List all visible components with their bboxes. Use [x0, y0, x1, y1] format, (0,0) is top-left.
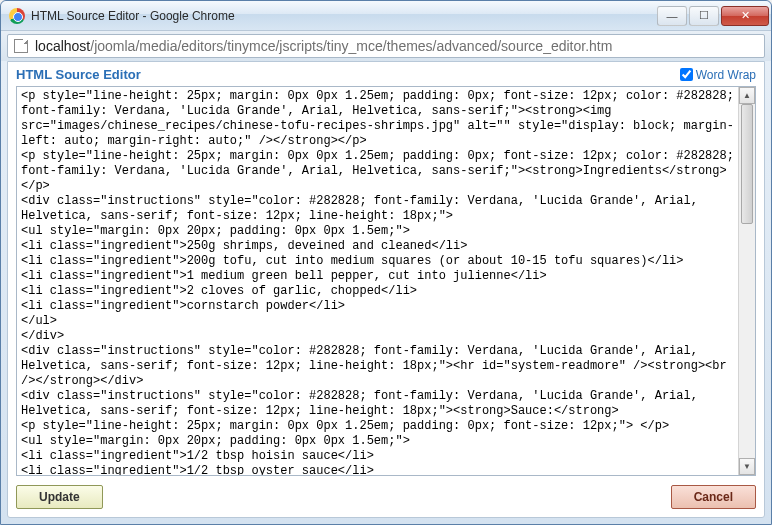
scroll-thumb[interactable] — [741, 104, 753, 224]
scrollbar[interactable]: ▲ ▼ — [738, 87, 755, 475]
editor-body: ▲ ▼ — [8, 86, 764, 480]
address-field[interactable]: localhost/joomla/media/editors/tinymce/j… — [7, 34, 765, 58]
word-wrap-checkbox[interactable] — [680, 68, 693, 81]
editor-panel: HTML Source Editor Word Wrap ▲ ▼ Update … — [7, 61, 765, 518]
url-host: localhost — [35, 38, 90, 54]
source-textarea[interactable] — [17, 87, 738, 475]
scroll-down-button[interactable]: ▼ — [739, 458, 755, 475]
editor-footer: Update Cancel — [8, 480, 764, 517]
editor-title: HTML Source Editor — [16, 67, 680, 82]
titlebar[interactable]: HTML Source Editor - Google Chrome — ☐ ✕ — [1, 1, 771, 31]
chrome-window: HTML Source Editor - Google Chrome — ☐ ✕… — [0, 0, 772, 525]
window-title: HTML Source Editor - Google Chrome — [31, 9, 655, 23]
close-button[interactable]: ✕ — [721, 6, 769, 26]
chrome-icon — [9, 8, 25, 24]
address-bar: localhost/joomla/media/editors/tinymce/j… — [1, 31, 771, 61]
maximize-button[interactable]: ☐ — [689, 6, 719, 26]
url-text: localhost/joomla/media/editors/tinymce/j… — [35, 38, 612, 54]
update-button[interactable]: Update — [16, 485, 103, 509]
window-buttons: — ☐ ✕ — [655, 6, 769, 26]
textarea-wrapper: ▲ ▼ — [16, 86, 756, 476]
word-wrap-label: Word Wrap — [696, 68, 756, 82]
cancel-button[interactable]: Cancel — [671, 485, 756, 509]
word-wrap-toggle[interactable]: Word Wrap — [680, 68, 756, 82]
editor-header: HTML Source Editor Word Wrap — [8, 62, 764, 86]
scroll-up-button[interactable]: ▲ — [739, 87, 755, 104]
minimize-button[interactable]: — — [657, 6, 687, 26]
url-path: /joomla/media/editors/tinymce/jscripts/t… — [90, 38, 612, 54]
page-icon — [14, 39, 28, 53]
